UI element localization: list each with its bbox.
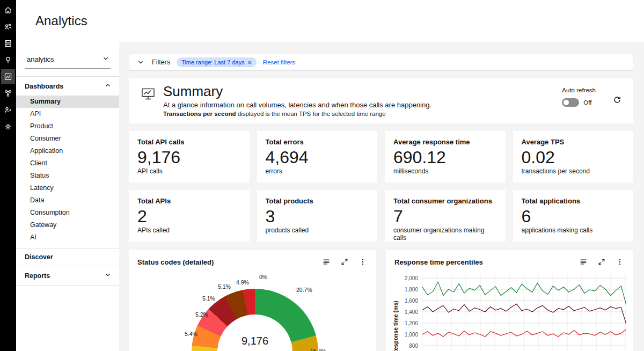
response-time-card: Response time percentiles Response time … (386, 250, 633, 351)
chevron-down-icon (104, 271, 112, 280)
analytics-icon[interactable] (1, 69, 15, 84)
metric-title: Average TPS (522, 138, 625, 146)
overflow-menu-icon[interactable] (615, 257, 625, 267)
sidebar-item-consumption[interactable]: Consumption (16, 207, 119, 219)
analytics-scope-select[interactable]: analytics (25, 52, 111, 69)
sidebar-item-consumer[interactable]: Consumer (16, 133, 119, 145)
y-axis-tick: 800 (409, 343, 418, 349)
sidebar-item-api[interactable]: API (16, 108, 119, 120)
metric-card-total-applications: Total applications 6 applications making… (513, 190, 634, 242)
metric-value: 2 (137, 207, 241, 226)
metric-unit: applications making calls (522, 226, 625, 234)
metric-card-total-apis: Total APIs 2 APIs called (129, 190, 250, 242)
metric-unit: transactions per second (522, 167, 625, 175)
y-axis-tick: 1,200 (405, 320, 418, 326)
metric-value: 9,176 (137, 148, 241, 167)
topology-icon[interactable] (1, 86, 15, 101)
settings-icon[interactable] (1, 119, 15, 134)
metric-card-total-consumer-orgs: Total consumer organizations 7 consumer … (385, 190, 506, 242)
data-table-icon[interactable] (579, 257, 588, 267)
overflow-menu-icon[interactable] (358, 257, 368, 267)
home-icon[interactable] (1, 3, 15, 18)
metric-unit: milliseconds (393, 167, 497, 175)
close-icon[interactable] (246, 58, 254, 66)
metric-title: Total products (266, 197, 369, 205)
user-admin-icon[interactable] (1, 103, 15, 118)
metric-value: 0.02 (522, 148, 625, 167)
sidebar-item-gateway[interactable]: Gateway (16, 219, 119, 231)
sidebar-item-status[interactable]: Status (16, 170, 119, 182)
donut-callout-label: 5.1% (202, 295, 215, 302)
page-title: Analytics (35, 13, 87, 28)
data-table-icon[interactable] (321, 257, 331, 267)
metric-card-total-api-calls: Total API calls 9,176 API calls (129, 131, 250, 182)
reset-filters-link[interactable]: Reset filters (263, 59, 296, 65)
donut-callout-label: 5.1% (218, 283, 231, 290)
filter-tag-label: Time range: Last 7 days (181, 59, 245, 65)
y-axis-label: Response time (ms) (392, 301, 399, 351)
sidebar-item-application[interactable]: Application (16, 145, 119, 157)
dashboards-section-header[interactable]: Dashboards (16, 76, 119, 96)
y-axis-tick: 1,000 (405, 332, 418, 338)
sidebar-item-summary[interactable]: Summary (16, 96, 119, 108)
app-root: Analytics analytics Dashboards Summary A… (0, 0, 644, 351)
auto-refresh-label: Auto refresh (562, 87, 596, 93)
metric-value: 4,694 (266, 148, 369, 167)
filters-collapse-chevron-icon[interactable] (136, 57, 145, 67)
donut-callout-label: 5.4% (185, 331, 197, 337)
sidebar-item-client[interactable]: Client (16, 157, 119, 170)
metric-unit: errors (266, 167, 369, 175)
metric-title: Average response time (393, 138, 497, 146)
catalog-icon[interactable] (1, 36, 15, 51)
donut-callout-label: 4.9% (236, 279, 249, 286)
line-chart-area: Response time (ms) 2,0001,8001,6001,4001… (394, 274, 625, 351)
summary-description: At a glance information on call volumes,… (163, 101, 431, 109)
discover-section-header[interactable]: Discover (16, 248, 119, 266)
summary-note: Transactions per second displayed is the… (163, 111, 431, 117)
sidebar-item-latency[interactable]: Latency (16, 182, 119, 194)
metric-unit: consumer organizations making calls (393, 226, 497, 242)
metric-title: Total errors (266, 138, 369, 146)
filters-label: Filters (152, 58, 170, 66)
metric-card-average-tps: Average TPS 0.02 transactions per second (513, 131, 634, 182)
filter-tag-time-range[interactable]: Time range: Last 7 days (177, 57, 257, 67)
summary-note-bold: Transactions per second (163, 111, 236, 117)
metrics-grid: Total API calls 9,176 API calls Total er… (129, 131, 633, 242)
metric-card-average-response-time: Average response time 690.12 millisecond… (385, 131, 506, 182)
reports-section-header[interactable]: Reports (16, 266, 119, 286)
metric-value: 3 (266, 207, 369, 226)
sidebar-item-data[interactable]: Data (16, 194, 119, 207)
reports-section-label: Reports (25, 272, 50, 280)
metric-unit: APIs called (137, 226, 241, 234)
charts-row: Status codes (detailed) 9,176 0% 20.7% (129, 250, 633, 351)
maximize-icon[interactable] (597, 257, 606, 267)
metric-value: 7 (393, 207, 497, 226)
donut-callout-label: 20.7% (296, 287, 312, 293)
metric-title: Total applications (522, 197, 625, 205)
donut-center-total: 9,176 (223, 335, 287, 347)
sidebar-item-ai[interactable]: AI (16, 231, 119, 244)
response-time-title: Response time percentiles (394, 258, 483, 266)
discover-section-label: Discover (25, 253, 53, 261)
status-codes-card: Status codes (detailed) 9,176 0% 20.7% (129, 250, 376, 351)
donut-callout-label: 5.2% (195, 311, 208, 318)
maximize-icon[interactable] (340, 257, 349, 267)
summary-title: Summary (163, 84, 431, 99)
filters-bar: Filters Time range: Last 7 days Reset fi… (129, 54, 633, 71)
main-content: Filters Time range: Last 7 days Reset fi… (119, 42, 644, 351)
auto-refresh-state: Off (583, 99, 591, 106)
auto-refresh-toggle[interactable] (562, 98, 579, 107)
metric-value: 690.12 (393, 148, 497, 167)
status-codes-title: Status codes (detailed) (137, 258, 214, 266)
y-axis-tick: 1,800 (405, 287, 418, 292)
metric-unit: API calls (137, 167, 241, 175)
summary-chart-icon (141, 84, 156, 117)
user-multiple-icon[interactable] (1, 19, 15, 34)
metric-title: Total API calls (137, 138, 241, 146)
response-time-line-chart (422, 274, 626, 351)
idea-icon[interactable] (1, 53, 15, 68)
metric-unit: products called (266, 226, 369, 234)
sidebar-item-product[interactable]: Product (16, 120, 119, 133)
refresh-icon[interactable] (612, 94, 623, 107)
metric-title: Total APIs (137, 197, 241, 205)
